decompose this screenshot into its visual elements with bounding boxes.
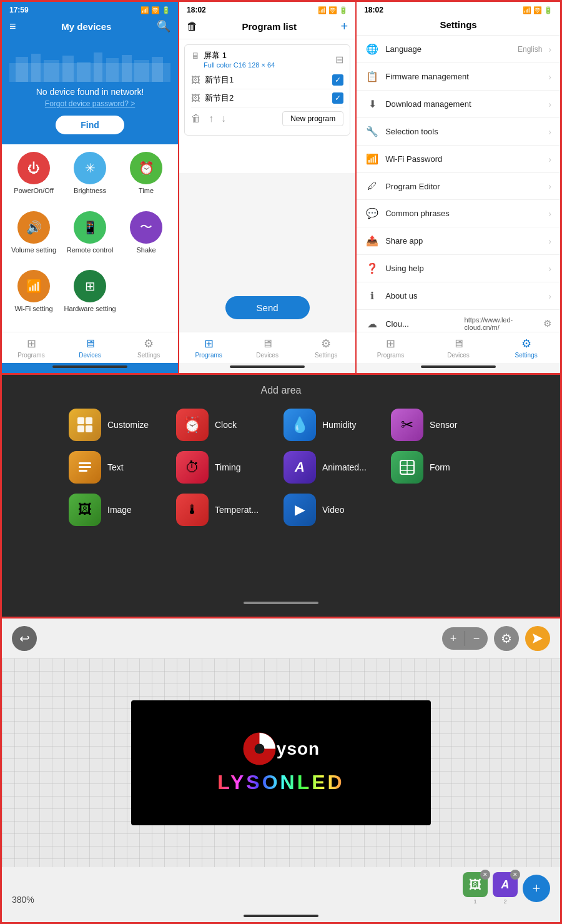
find-button[interactable]: Find xyxy=(56,116,124,134)
p3-nav-settings[interactable]: ⚙ Settings xyxy=(492,332,560,363)
clock-icon: ⏰ xyxy=(176,409,209,441)
nav-programs[interactable]: ⊞ Programs xyxy=(2,332,61,363)
language-label: Language xyxy=(385,44,511,54)
settings-wifi-password[interactable]: 📶 Wi-Fi Password › xyxy=(357,146,560,173)
editor-send-button[interactable] xyxy=(525,626,550,651)
grid-item-volume[interactable]: 🔊 Volume setting xyxy=(7,211,61,266)
devices-nav-label: Devices xyxy=(79,352,101,359)
trash-action-icon[interactable]: 🗑 xyxy=(191,113,201,124)
language-icon: 🌐 xyxy=(365,43,379,55)
battery-icon: 🔋 xyxy=(162,6,170,14)
form-svg xyxy=(398,459,416,476)
using-help-icon: ❓ xyxy=(365,262,379,274)
layer-1-number: 1 xyxy=(473,898,476,905)
settings-firmware[interactable]: 📋 Firmware management › xyxy=(357,63,560,91)
grid-item-wifi[interactable]: 📶 Wi-Fi setting xyxy=(7,270,61,324)
timing-icon-emoji: ⏱ xyxy=(185,459,200,476)
zoom-plus-button[interactable]: + xyxy=(442,627,465,650)
layer-2[interactable]: A ✕ 2 xyxy=(493,872,518,905)
animated-label: Animated... xyxy=(322,462,367,472)
remote-icon: 📱 xyxy=(74,211,106,244)
using-help-chevron: › xyxy=(548,264,551,274)
selection-icon: 🔧 xyxy=(365,126,379,137)
video-label: Video xyxy=(322,505,345,515)
back-button[interactable]: ↩ xyxy=(12,626,37,651)
about-us-chevron: › xyxy=(548,291,551,301)
add-image[interactable]: 🖼 Image xyxy=(69,494,171,526)
remote-label: Remote control xyxy=(67,246,114,254)
p2-nav-settings[interactable]: ⚙ Settings xyxy=(297,332,355,363)
svg-point-23 xyxy=(254,744,264,754)
editor-canvas[interactable]: yson LYSONLED xyxy=(2,658,560,867)
settings-list: 🌐 Language English › 📋 Firmware manageme… xyxy=(357,36,560,332)
zoom-minus-button[interactable]: − xyxy=(465,627,488,650)
add-program-icon[interactable]: + xyxy=(341,19,348,34)
settings-share-app[interactable]: 📤 Share app › xyxy=(357,227,560,255)
phone2-bottomnav: ⊞ Programs 🖥 Devices ⚙ Settings xyxy=(179,332,355,363)
add-humidity[interactable]: 💧 Humidity xyxy=(283,409,386,441)
grid-item-time[interactable]: ⏰ Time xyxy=(119,152,173,206)
grid-item-power[interactable]: ⏻ PowerOn/Off xyxy=(7,152,61,206)
grid-item-brightness[interactable]: ✳ Brightness xyxy=(63,152,117,206)
cloud-gear-icon[interactable]: ⚙ xyxy=(543,318,551,329)
editor-settings-button[interactable]: ⚙ xyxy=(494,626,519,651)
p3-nav-programs[interactable]: ⊞ Programs xyxy=(357,332,425,363)
layer-2-close[interactable]: ✕ xyxy=(510,870,520,880)
city-silhouette xyxy=(9,51,170,82)
add-form[interactable]: Form xyxy=(391,451,493,484)
drag-handle[interactable] xyxy=(244,602,318,604)
clock-icon-emoji: ⏰ xyxy=(183,416,202,434)
add-customize[interactable]: Customize xyxy=(69,409,171,441)
firmware-chevron: › xyxy=(548,72,551,82)
add-text[interactable]: Text xyxy=(69,451,171,484)
timing-icon: ⏱ xyxy=(176,451,209,484)
new-program-button[interactable]: New program xyxy=(282,111,343,126)
volume-label: Volume setting xyxy=(11,246,56,254)
nav-settings[interactable]: ⚙ Settings xyxy=(119,332,178,363)
settings-language[interactable]: 🌐 Language English › xyxy=(357,36,560,63)
checkbox-1[interactable]: ✓ xyxy=(332,74,343,86)
filter-icon[interactable]: ⊟ xyxy=(335,54,343,66)
settings-selection[interactable]: 🔧 Selection tools › xyxy=(357,118,560,146)
settings-common-phrases[interactable]: 💬 Common phrases › xyxy=(357,200,560,227)
add-sensor[interactable]: ✂ Sensor xyxy=(391,409,493,441)
move-up-icon[interactable]: ↑ xyxy=(209,113,214,124)
move-down-icon[interactable]: ↓ xyxy=(221,113,226,124)
add-video[interactable]: ▶ Video xyxy=(283,494,386,526)
video-icon-emoji: ▶ xyxy=(295,502,305,518)
add-animated[interactable]: A Animated... xyxy=(283,451,386,484)
phone3-statusbar: 18:02 📶 🛜 🔋 xyxy=(357,2,560,17)
settings-cloud[interactable]: ☁ Clou... https://www.led-cloud.cn/m/ ⚙ xyxy=(357,310,560,332)
p2-nav-programs[interactable]: ⊞ Programs xyxy=(179,332,238,363)
add-timing[interactable]: ⏱ Timing xyxy=(176,451,279,484)
settings-about-us[interactable]: ℹ About us › xyxy=(357,282,560,310)
layer-1[interactable]: 🖼 ✕ 1 xyxy=(463,872,488,905)
search-icon[interactable]: 🔍 xyxy=(157,19,170,33)
grid-item-shake[interactable]: 〜 Shake xyxy=(119,211,173,266)
checkbox-2[interactable]: ✓ xyxy=(332,92,343,104)
settings-using-help[interactable]: ❓ Using help › xyxy=(357,255,560,282)
send-button[interactable]: Send xyxy=(225,296,310,319)
forgot-link[interactable]: Forgot device password? > xyxy=(9,99,170,108)
p3-wifi-icon: 🛜 xyxy=(533,6,542,14)
wifi-icon: 🛜 xyxy=(151,6,160,14)
settings-program-editor[interactable]: 🖊 Program Editor › xyxy=(357,173,560,200)
phone1-title: My devices xyxy=(16,21,157,32)
delete-icon[interactable]: 🗑 xyxy=(187,20,198,33)
grid-item-hardware[interactable]: ⊞ Hardware setting xyxy=(63,270,117,324)
signal-icon: 📶 xyxy=(140,6,149,14)
p3-nav-devices[interactable]: 🖥 Devices xyxy=(425,332,493,363)
program-editor-icon: 🖊 xyxy=(365,181,379,192)
menu-icon[interactable]: ≡ xyxy=(9,20,16,33)
p2-nav-devices[interactable]: 🖥 Devices xyxy=(238,332,297,363)
add-temperature[interactable]: 🌡 Temperat... xyxy=(176,494,279,526)
layer-1-close[interactable]: ✕ xyxy=(480,870,490,880)
settings-download[interactable]: ⬇ Download management › xyxy=(357,91,560,118)
add-layer-button[interactable]: + xyxy=(523,875,550,902)
p2-devices-nav-label: Devices xyxy=(256,352,279,359)
nav-devices[interactable]: 🖥 Devices xyxy=(61,332,119,363)
add-clock[interactable]: ⏰ Clock xyxy=(176,409,279,441)
program-row: 🖥 屏幕 1 Full color C16 128 × 64 ⊟ 🖼 新节目1 … xyxy=(184,44,350,136)
grid-item-remote[interactable]: 📱 Remote control xyxy=(63,211,117,266)
animated-icon-letter: A xyxy=(295,459,305,475)
